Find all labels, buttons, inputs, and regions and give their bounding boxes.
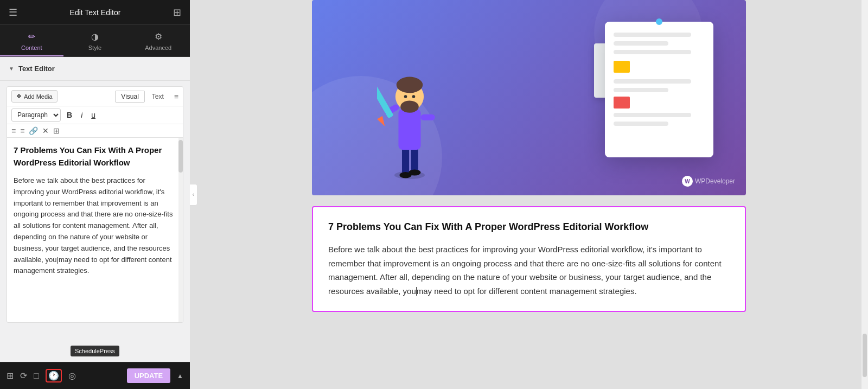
svg-point-13: [404, 95, 407, 98]
svg-point-14: [412, 95, 416, 98]
visual-tab[interactable]: Visual: [115, 91, 144, 103]
history-icon[interactable]: ⟳: [20, 371, 27, 381]
svg-rect-5: [398, 109, 420, 150]
hero-image: W WPDeveloper: [312, 0, 746, 195]
editor-toolbar-format: Paragraph B i u: [7, 106, 183, 124]
left-panel: ☰ Edit Text Editor ⊞ ✏ Content ◑ Style ⚙…: [0, 0, 190, 389]
doc-line-7: [614, 122, 668, 126]
schedulepress-icon: 🕐: [48, 371, 59, 380]
wpdeveloper-watermark: W WPDeveloper: [682, 176, 735, 187]
editor-paragraph: Before we talk about the best practices …: [14, 175, 176, 277]
editor-scrollbar[interactable]: [178, 138, 183, 322]
panel-body: ▼ Text Editor ❖ Add Media Visual Text ≡: [0, 57, 190, 362]
tab-style[interactable]: ◑ Style: [63, 25, 127, 56]
settings-icon[interactable]: ⊞: [7, 371, 14, 381]
main-scrollbar-thumb: [863, 334, 867, 377]
toolbar-list-icon[interactable]: ≡: [174, 92, 178, 101]
section-arrow: ▼: [9, 66, 14, 72]
unlink-icon[interactable]: ✕: [42, 126, 49, 135]
wpdeveloper-label: WPDeveloper: [695, 177, 735, 185]
text-editor-container: ❖ Add Media Visual Text ≡ Paragraph B i …: [7, 86, 183, 323]
editor-content[interactable]: 7 Problems You Can Fix With A Proper Wor…: [7, 138, 183, 322]
article-text-section[interactable]: 7 Problems You Can Fix With A Proper Wor…: [312, 206, 746, 312]
doc-line-1: [614, 33, 691, 37]
doc-dot: [656, 18, 662, 25]
preview-icon[interactable]: ◎: [68, 371, 76, 381]
link-icon[interactable]: 🔗: [29, 126, 38, 135]
update-button[interactable]: UPDATE: [127, 368, 170, 383]
responsive-icon[interactable]: □: [34, 371, 39, 381]
wp-logo: W: [682, 176, 693, 187]
add-media-icon: ❖: [16, 93, 22, 100]
svg-marker-8: [377, 116, 387, 128]
gear-icon: ⚙: [155, 31, 162, 42]
tab-style-label: Style: [88, 44, 101, 51]
doc-yellow-block: [614, 61, 630, 73]
doc-line-4: [614, 79, 691, 84]
schedulepress-icon-wrap[interactable]: 🕐: [46, 369, 62, 382]
svg-point-11: [400, 100, 419, 112]
bottom-arrow-icon[interactable]: ▲: [177, 372, 183, 380]
grid-icon[interactable]: ⊞: [173, 7, 181, 18]
bold-button[interactable]: B: [64, 110, 75, 120]
table-icon[interactable]: ⊞: [53, 126, 60, 135]
article-paragraph: Before we talk about the best practices …: [328, 243, 730, 298]
svg-point-12: [397, 77, 423, 93]
doc-line-2: [614, 41, 668, 46]
schedulepress-tooltip: SchedulePress: [71, 346, 119, 356]
main-content: W WPDeveloper 7 Problems You Can Fix Wit…: [190, 0, 868, 389]
tab-content[interactable]: ✏ Content: [0, 25, 63, 56]
doc-line-6: [614, 113, 691, 117]
hero-character-svg: [377, 43, 442, 195]
panel-header: ☰ Edit Text Editor ⊞: [0, 0, 190, 25]
doc-line-5: [614, 88, 668, 92]
ordered-list-icon[interactable]: ≡: [20, 126, 24, 135]
italic-button[interactable]: i: [78, 110, 85, 120]
text-cursor: [416, 287, 417, 296]
main-scrollbar[interactable]: [861, 0, 868, 389]
hero-document: [605, 22, 713, 157]
editor-toolbar-top: ❖ Add Media Visual Text ≡: [7, 87, 183, 106]
panel-tabs: ✏ Content ◑ Style ⚙ Advanced: [0, 25, 190, 57]
tab-content-label: Content: [21, 44, 42, 51]
visual-text-tabs: Visual Text: [115, 91, 169, 103]
add-media-label: Add Media: [24, 93, 53, 100]
article-heading: 7 Problems You Can Fix With A Proper Wor…: [328, 220, 730, 234]
scrollbar-thumb: [178, 140, 183, 173]
editor-toolbar-extra: ≡ ≡ 🔗 ✕ ⊞: [7, 124, 183, 138]
pencil-icon: ✏: [28, 31, 35, 42]
doc-line-3: [614, 50, 691, 54]
editor-heading: 7 Problems You Can Fix With A Proper Wor…: [14, 144, 176, 169]
add-media-button[interactable]: ❖ Add Media: [11, 90, 58, 103]
text-tab[interactable]: Text: [146, 91, 170, 103]
panel-title: Edit Text Editor: [70, 8, 121, 17]
svg-rect-9: [421, 114, 435, 120]
section-header[interactable]: ▼ Text Editor: [0, 57, 190, 81]
tab-advanced[interactable]: ⚙ Advanced: [126, 25, 190, 56]
tab-advanced-label: Advanced: [145, 44, 171, 51]
section-title: Text Editor: [18, 65, 55, 73]
svg-point-4: [409, 169, 420, 175]
style-icon: ◑: [91, 31, 99, 42]
canvas-area: W WPDeveloper 7 Problems You Can Fix Wit…: [190, 0, 868, 389]
underline-button[interactable]: u: [88, 110, 98, 120]
panel-bottom-bar: ⊞ ⟳ □ 🕐 ◎ UPDATE ▲: [0, 362, 190, 389]
collapse-handle[interactable]: ‹: [190, 184, 197, 206]
doc-red-block: [614, 97, 630, 109]
hamburger-icon[interactable]: ☰: [9, 7, 17, 18]
unordered-list-icon[interactable]: ≡: [11, 126, 16, 135]
paragraph-select[interactable]: Paragraph: [11, 109, 61, 122]
